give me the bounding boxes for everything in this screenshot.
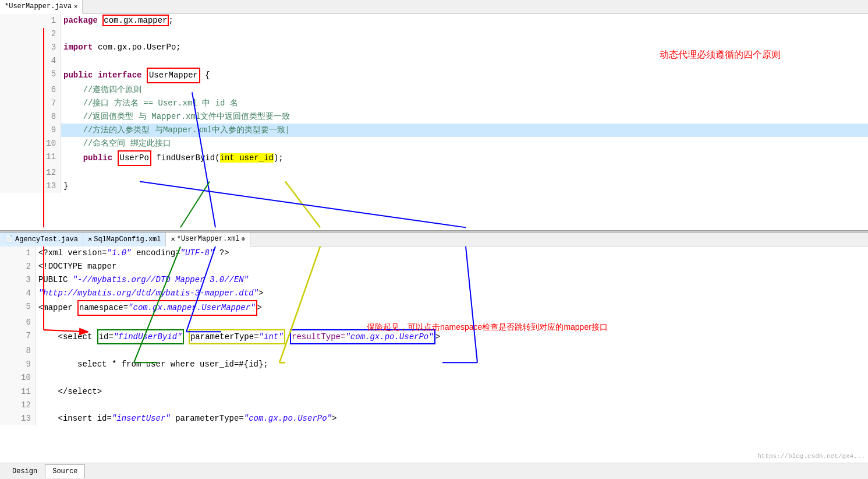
line-content <box>61 166 868 179</box>
table-row: 13 } <box>0 179 868 193</box>
line-number: 2 <box>0 260 36 273</box>
line-content: <!DOCTYPE mapper <box>36 260 868 273</box>
table-row: 3 import com.gx.po.UserPo; <box>0 41 868 54</box>
table-row: 8 <box>0 344 868 358</box>
line-content: //遵循四个原则 <box>61 83 868 97</box>
status-tab-source[interactable]: Source <box>45 464 85 478</box>
status-tab-design[interactable]: Design <box>5 464 45 478</box>
line-content <box>36 316 868 329</box>
line-number: 11 <box>0 385 36 399</box>
line-number: 4 <box>0 54 61 68</box>
file-icon: 📄 <box>5 235 13 244</box>
line-content <box>36 344 868 358</box>
line-content <box>61 54 868 68</box>
line-content: //接口 方法名 == User.xml 中 id 名 <box>61 97 868 110</box>
middle-tab-bar[interactable]: 📄 AgencyTest.java ✕ SqlMapConfig.xml ✕ *… <box>0 233 868 246</box>
line-content: PUBLIC "-//mybatis.org//DTD Mapper 3.0//… <box>36 273 868 287</box>
table-row: 4 "http://mybatis.org/dtd/mybatis-3-mapp… <box>0 287 868 300</box>
tab-sqlmapconfig[interactable]: ✕ SqlMapConfig.xml <box>83 233 166 246</box>
tab-label: SqlMapConfig.xml <box>94 235 161 244</box>
bottom-editor: 1 <?xml version="1.0" encoding="UTF-8" ?… <box>0 246 868 463</box>
table-row: 4 <box>0 54 868 68</box>
line-number: 12 <box>0 166 61 179</box>
line-content: public UserPo findUserByid(int user_id); <box>61 150 868 165</box>
table-row: 7 //接口 方法名 == User.xml 中 id 名 <box>0 97 868 110</box>
tab-close-icon[interactable]: ✕ <box>74 3 77 10</box>
line-number: 12 <box>0 399 36 412</box>
line-number: 2 <box>0 27 61 41</box>
table-row: 5 public interface UserMapper { <box>0 68 868 83</box>
line-content <box>36 399 868 412</box>
line-content: //返回值类型 与 Mapper.xml文件中返回值类型要一致 <box>61 110 868 124</box>
table-row: 9 select * from user where user_id=#{id}… <box>0 358 868 371</box>
table-row: 6 //遵循四个原则 <box>0 83 868 97</box>
line-number: 4 <box>0 287 36 300</box>
table-row: 8 //返回值类型 与 Mapper.xml文件中返回值类型要一致 <box>0 110 868 124</box>
table-row: 2 <!DOCTYPE mapper <box>0 260 868 273</box>
line-number: 9 <box>0 358 36 371</box>
line-content: import com.gx.po.UserPo; <box>61 41 868 54</box>
table-row: 7 <select id="findUserByid" parameterTyp… <box>0 329 868 344</box>
table-row: 1 package com.gx.mapper; <box>0 14 868 27</box>
top-tab-bar[interactable]: *UserMapper.java ✕ <box>0 0 868 14</box>
table-row: 13 <insert id="insertUser" parameterType… <box>0 412 868 425</box>
table-row: 9 //方法的入参类型 与Mapper.xml中入参的类型要一致| <box>0 124 868 137</box>
line-content <box>36 371 868 385</box>
line-content: <select id="findUserByid" parameterType=… <box>36 329 868 344</box>
line-number: 9 <box>0 124 61 137</box>
close-icon[interactable]: ✕ <box>171 235 175 244</box>
table-row: 3 PUBLIC "-//mybatis.org//DTD Mapper 3.0… <box>0 273 868 287</box>
bottom-code-table: 1 <?xml version="1.0" encoding="UTF-8" ?… <box>0 246 868 425</box>
tab-usermapper-java[interactable]: *UserMapper.java ✕ <box>0 0 83 14</box>
table-row: 1 <?xml version="1.0" encoding="UTF-8" ?… <box>0 246 868 260</box>
line-number: 1 <box>0 14 61 27</box>
tab-usermapper-xml[interactable]: ✕ *UserMapper.xml ⊗ <box>166 233 250 246</box>
line-number: 6 <box>0 316 36 329</box>
line-number: 10 <box>0 137 61 150</box>
line-number: 13 <box>0 412 36 425</box>
table-row: 10 //命名空间 绑定此接口 <box>0 137 868 150</box>
bottom-code-area[interactable]: 1 <?xml version="1.0" encoding="UTF-8" ?… <box>0 246 868 463</box>
table-row: 2 <box>0 27 868 41</box>
line-content: public interface UserMapper { <box>61 68 868 83</box>
line-number: 8 <box>0 344 36 358</box>
line-number: 7 <box>0 329 36 344</box>
table-row: 10 <box>0 371 868 385</box>
table-row: 6 <box>0 316 868 329</box>
line-number: 3 <box>0 273 36 287</box>
line-content: } <box>61 179 868 193</box>
line-number: 13 <box>0 179 61 193</box>
line-content: package com.gx.mapper; <box>61 14 868 27</box>
line-content <box>61 27 868 41</box>
top-code-area[interactable]: 1 package com.gx.mapper; 2 3 import com.… <box>0 14 868 230</box>
table-row: 11 </select> <box>0 385 868 399</box>
top-editor: 1 package com.gx.mapper; 2 3 import com.… <box>0 14 868 230</box>
line-number: 7 <box>0 97 61 110</box>
tab-label: *UserMapper.java <box>5 2 72 10</box>
line-content: </select> <box>36 385 868 399</box>
line-content: <?xml version="1.0" encoding="UTF-8" ?> <box>36 246 868 260</box>
line-number: 5 <box>0 300 36 315</box>
table-row: 12 <box>0 399 868 412</box>
tab-label: *UserMapper.xml <box>177 235 240 243</box>
line-number: 3 <box>0 41 61 54</box>
tab-agencytest[interactable]: 📄 AgencyTest.java <box>0 233 83 246</box>
line-number: 8 <box>0 110 61 124</box>
line-number: 6 <box>0 83 61 97</box>
top-code-table: 1 package com.gx.mapper; 2 3 import com.… <box>0 14 868 193</box>
line-number: 1 <box>0 246 36 260</box>
table-row: 12 <box>0 166 868 179</box>
line-content: select * from user where user_id=#{id}; <box>36 358 868 371</box>
table-row: 5 <mapper namespace="com.gx.mapper.UserM… <box>0 300 868 315</box>
file-icon: ✕ <box>88 235 92 244</box>
line-content: //命名空间 绑定此接口 <box>61 137 868 150</box>
line-content: //方法的入参类型 与Mapper.xml中入参的类型要一致| <box>61 124 868 137</box>
table-row: 11 public UserPo findUserByid(int user_i… <box>0 150 868 165</box>
tab-label: AgencyTest.java <box>15 235 78 244</box>
line-content: <insert id="insertUser" parameterType="c… <box>36 412 868 425</box>
status-bar: Design Source <box>0 463 868 479</box>
line-number: 10 <box>0 371 36 385</box>
watermark: https://blog.csdn.net/gx4... <box>757 453 865 460</box>
line-content: <mapper namespace="com.gx.mapper.UserMap… <box>36 300 868 315</box>
line-number: 5 <box>0 68 61 83</box>
